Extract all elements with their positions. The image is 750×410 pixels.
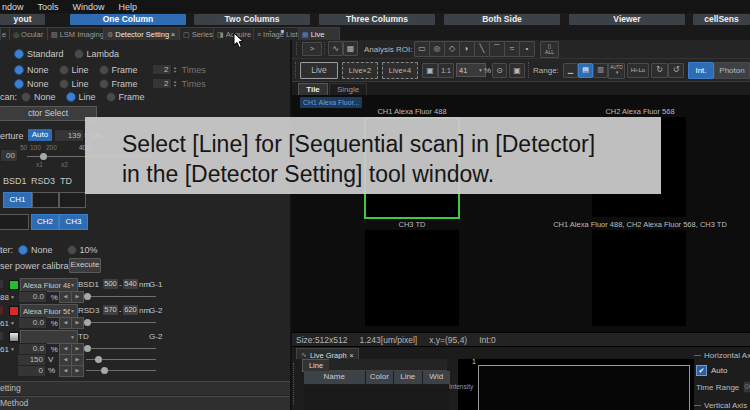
execute-button[interactable]: Execute [69, 258, 101, 273]
menu-item-help[interactable]: Help [119, 2, 138, 12]
increase-button[interactable]: ▶ [71, 291, 84, 303]
range-mid-icon[interactable]: ▤ [578, 63, 593, 78]
auto-checkbox[interactable]: ✔ [696, 365, 707, 376]
roi-circle-icon[interactable]: ◎ [429, 41, 445, 57]
wavelength-to-input[interactable]: 620 [123, 305, 138, 315]
tab-lsm-imaging[interactable]: ▧ LSM Imaging [47, 27, 109, 41]
roi-line-icon[interactable]: ╲ [474, 41, 490, 57]
radio-none[interactable] [18, 245, 28, 255]
aperture-auto-button[interactable]: Auto [28, 129, 52, 141]
column-header-name[interactable]: Name [304, 371, 365, 384]
wavelength-from-input[interactable]: 500 [103, 279, 118, 289]
column-header-color[interactable]: Color [366, 371, 394, 384]
radio-frame[interactable] [106, 92, 116, 102]
chevron-down-icon[interactable]: ▼ [10, 320, 15, 326]
laser-percent-input[interactable]: 0.0 [18, 317, 47, 329]
toolbar-grip[interactable] [324, 42, 327, 55]
channel-button-empty[interactable] [32, 192, 59, 208]
section-bar-method[interactable]: Method [0, 396, 290, 410]
aperture-value-input[interactable]: 139 [54, 129, 84, 142]
expand-button[interactable]: > [302, 42, 322, 56]
spin-down-icon[interactable]: ▼ [172, 84, 179, 88]
times-input[interactable]: 2 [152, 78, 172, 89]
laser-slider-561[interactable] [86, 322, 156, 323]
laser-slider-td[interactable] [86, 348, 156, 349]
section-bar-setting[interactable]: etting [0, 381, 290, 395]
roi-rectangle-icon[interactable]: ▭ [414, 41, 430, 57]
wavelength-from-input[interactable]: 570 [103, 305, 118, 315]
image-tile-ch3[interactable] [365, 230, 459, 326]
radio-line[interactable] [59, 79, 69, 89]
roi-polyline-icon[interactable]: ≈ [504, 41, 520, 57]
roi-point-icon[interactable]: • [519, 41, 535, 57]
increase-button[interactable]: ▶ [71, 317, 84, 329]
radio-line[interactable] [66, 92, 76, 102]
radio-lambda[interactable] [74, 49, 84, 59]
intensity-mode-button[interactable]: Int. [688, 62, 714, 79]
maximize-icon[interactable]: ■ [278, 27, 287, 35]
delete-all-roi-icon[interactable]: ▯ ALL [540, 41, 559, 58]
channel-button-ch3[interactable]: CH3 [59, 214, 88, 230]
slider-knob[interactable] [95, 356, 102, 363]
line-table-body[interactable] [304, 385, 450, 410]
channel-button-ch1[interactable]: CH1 [3, 192, 32, 208]
times-stepper[interactable]: ▲▼ [172, 66, 179, 73]
laser-percent-input[interactable]: 0.0 [18, 291, 47, 303]
fit-to-window-icon[interactable]: ▣ [422, 63, 438, 78]
tab-detector-setting[interactable]: ⚙ Detector Setting × [103, 27, 185, 41]
toolbar-grip[interactable] [296, 42, 299, 55]
dye-dropdown-488[interactable]: Alexa Fluor 488 ▼ [20, 278, 78, 292]
toolbar-grip[interactable] [295, 62, 298, 78]
close-icon[interactable]: × [350, 352, 354, 359]
tab-live-view[interactable]: ▦ Live [298, 27, 340, 41]
radio-none[interactable] [14, 65, 24, 75]
one-to-one-button[interactable]: 1:1 [438, 63, 454, 78]
layout-button-viewer[interactable]: Viewer [569, 14, 685, 25]
increase-button[interactable]: ▶ [71, 365, 84, 377]
roi-polygon-icon[interactable]: ◇ [444, 41, 460, 57]
snapshot-icon[interactable]: ▣ [509, 63, 525, 78]
times-stepper[interactable]: ▲▼ [172, 80, 179, 87]
slider-knob[interactable] [84, 293, 91, 300]
wavelength-to-input[interactable]: 540 [123, 279, 138, 289]
layout-button-partial[interactable]: yout [0, 14, 45, 25]
dye-dropdown-568[interactable]: Alexa Fluor 568 ▼ [20, 304, 78, 318]
range-low-icon[interactable]: ▁ [563, 63, 578, 78]
radio-10pct[interactable] [67, 245, 77, 255]
column-header-width[interactable]: Wid [423, 371, 451, 384]
time-range-input[interactable]: 000 [743, 381, 750, 393]
hv-slider[interactable] [86, 359, 156, 360]
channel-color-swatch-green[interactable] [9, 280, 19, 290]
offset-slider[interactable] [86, 370, 156, 371]
roi-freeform-icon[interactable]: ◗ [459, 41, 475, 57]
menu-item-tools[interactable]: Tools [38, 2, 59, 12]
times-input[interactable]: 2 [152, 64, 172, 75]
grid-tool-icon[interactable]: ▦ [343, 41, 358, 56]
radio-frame[interactable] [99, 65, 109, 75]
chart-tool-icon[interactable]: ∿ [328, 41, 343, 56]
channel-color-swatch-red[interactable] [9, 306, 19, 316]
undo-icon[interactable]: ↺ [668, 63, 684, 78]
photon-mode-button[interactable]: Photon [714, 62, 750, 79]
layout-button-both-side[interactable]: Both Side [444, 14, 560, 25]
roi-curve-icon[interactable]: ⌒ [489, 41, 505, 57]
zoom-value-box[interactable]: 00 [0, 149, 18, 162]
toolbar-grip[interactable] [528, 62, 531, 78]
hi-lo-button[interactable]: Hi-Lo [627, 63, 649, 78]
slider-knob[interactable] [84, 345, 91, 352]
range-high-icon[interactable]: ▥ [593, 63, 608, 78]
image-tile-merged[interactable] [592, 230, 686, 326]
radio-standard[interactable] [14, 49, 24, 59]
live-x4-button[interactable]: Live×4 [382, 62, 418, 79]
layout-button-cellsens[interactable]: cellSens [693, 14, 750, 25]
layout-button-one-column[interactable]: One Column [70, 14, 186, 25]
close-icon[interactable]: × [171, 29, 175, 40]
channel-color-swatch-gray[interactable] [9, 332, 19, 342]
live-x2-button[interactable]: Live×2 [342, 62, 378, 79]
minimize-icon[interactable]: − [266, 27, 275, 35]
laser-slider-488[interactable] [86, 296, 156, 297]
spin-down-icon[interactable]: ▼ [172, 70, 179, 74]
chevron-down-icon[interactable]: ▼ [10, 346, 15, 352]
layout-button-three-columns[interactable]: Three Columns [319, 14, 435, 25]
channel-button-ch2[interactable]: CH2 [31, 214, 59, 230]
